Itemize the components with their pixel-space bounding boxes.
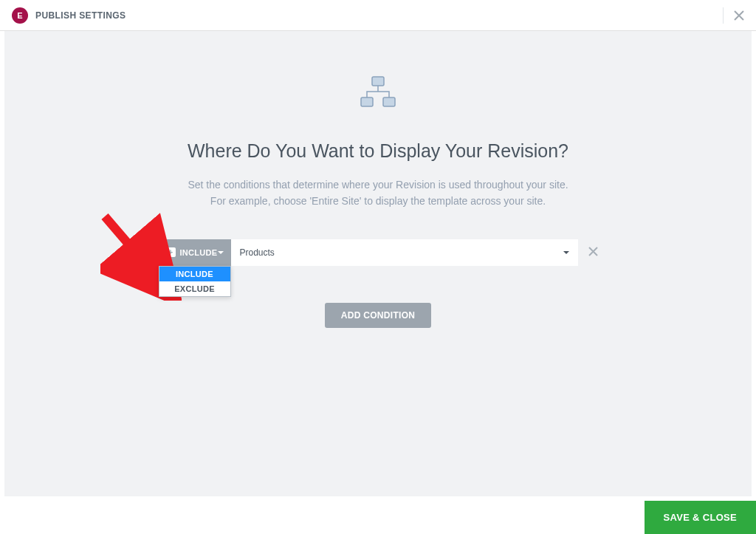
main-content: Where Do You Want to Display Your Revisi… — [4, 31, 752, 496]
include-label: INCLUDE — [180, 248, 218, 257]
page-subtext: Set the conditions that determine where … — [188, 177, 568, 210]
svg-line-1 — [105, 216, 167, 289]
elementor-logo-icon: E — [12, 7, 28, 24]
svg-rect-3 — [361, 97, 373, 106]
plus-icon: + — [166, 247, 176, 257]
dropdown-option-include[interactable]: INCLUDE — [159, 267, 230, 281]
modal-header: E PUBLISH SETTINGS — [0, 0, 756, 31]
condition-row: + INCLUDE Products INCLUDE EXCLUDE — [159, 239, 598, 266]
save-close-button[interactable]: SAVE & CLOSE — [645, 501, 756, 534]
close-icon — [734, 10, 744, 21]
modal-title: PUBLISH SETTINGS — [35, 10, 126, 21]
location-select[interactable]: Products — [231, 239, 578, 266]
remove-condition-button[interactable] — [588, 244, 598, 260]
close-icon — [588, 247, 598, 256]
close-button[interactable] — [723, 7, 744, 24]
svg-rect-4 — [383, 97, 395, 106]
modal-footer: SAVE & CLOSE — [645, 501, 756, 534]
page-heading: Where Do You Want to Display Your Revisi… — [188, 140, 568, 162]
include-exclude-dropdown[interactable]: + INCLUDE — [159, 239, 231, 266]
chevron-down-icon — [218, 251, 224, 254]
sitemap-icon — [358, 75, 398, 111]
svg-rect-2 — [372, 77, 384, 86]
add-condition-button[interactable]: ADD CONDITION — [325, 303, 432, 328]
location-value: Products — [240, 247, 275, 258]
include-exclude-dropdown-panel: INCLUDE EXCLUDE — [159, 266, 231, 297]
chevron-down-icon — [563, 251, 569, 254]
dropdown-option-exclude[interactable]: EXCLUDE — [159, 281, 230, 296]
